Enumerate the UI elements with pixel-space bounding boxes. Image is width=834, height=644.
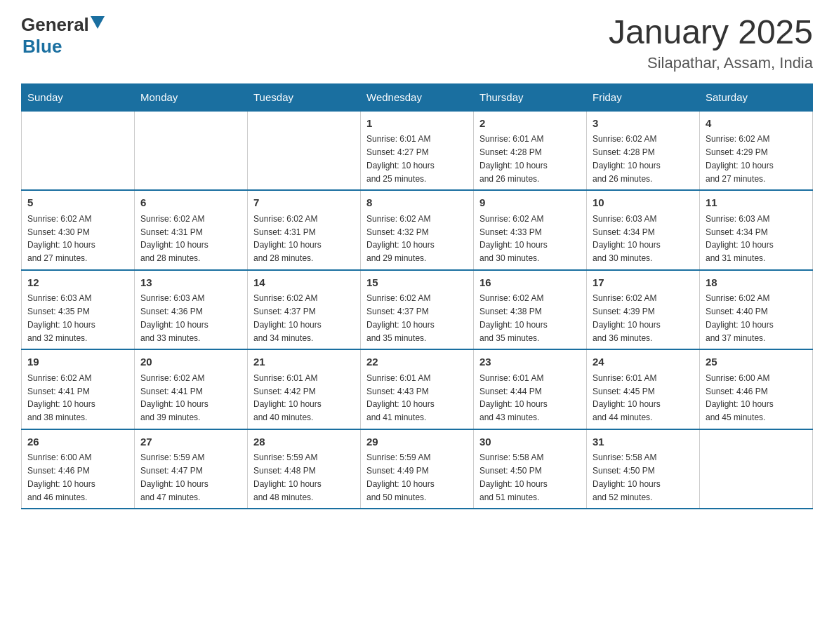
day-info: Sunrise: 6:03 AMSunset: 4:34 PMDaylight:… (593, 214, 661, 263)
calendar-cell: 20Sunrise: 6:02 AMSunset: 4:41 PMDayligh… (135, 349, 248, 429)
calendar-cell: 24Sunrise: 6:01 AMSunset: 4:45 PMDayligh… (587, 349, 700, 429)
day-info: Sunrise: 6:02 AMSunset: 4:31 PMDaylight:… (140, 214, 208, 263)
calendar-day-header: Tuesday (248, 83, 361, 111)
calendar-cell: 27Sunrise: 5:59 AMSunset: 4:47 PMDayligh… (135, 429, 248, 509)
day-info: Sunrise: 6:02 AMSunset: 4:30 PMDaylight:… (27, 214, 95, 263)
calendar-cell: 17Sunrise: 6:02 AMSunset: 4:39 PMDayligh… (587, 270, 700, 350)
day-info: Sunrise: 6:01 AMSunset: 4:44 PMDaylight:… (479, 373, 548, 422)
day-number: 23 (479, 354, 581, 370)
calendar-cell: 25Sunrise: 6:00 AMSunset: 4:46 PMDayligh… (700, 349, 813, 429)
day-info: Sunrise: 6:02 AMSunset: 4:41 PMDaylight:… (140, 373, 208, 422)
day-info: Sunrise: 6:03 AMSunset: 4:36 PMDaylight:… (140, 293, 208, 342)
logo-blue-text: Blue (22, 36, 62, 58)
day-number: 2 (479, 116, 581, 132)
day-number: 6 (140, 195, 241, 211)
calendar-cell: 9Sunrise: 6:02 AMSunset: 4:33 PMDaylight… (474, 190, 587, 270)
day-info: Sunrise: 6:02 AMSunset: 4:28 PMDaylight:… (593, 134, 661, 183)
day-number: 27 (140, 434, 241, 450)
day-number: 15 (366, 275, 468, 291)
logo-triangle-icon (91, 16, 105, 29)
day-number: 19 (27, 354, 128, 370)
day-number: 21 (253, 354, 355, 370)
day-number: 8 (366, 195, 468, 211)
day-info: Sunrise: 5:59 AMSunset: 4:49 PMDaylight:… (366, 452, 435, 502)
calendar-cell (22, 111, 135, 191)
day-info: Sunrise: 6:01 AMSunset: 4:27 PMDaylight:… (366, 134, 435, 183)
day-number: 26 (27, 434, 128, 450)
day-info: Sunrise: 6:03 AMSunset: 4:34 PMDaylight:… (706, 214, 774, 263)
day-info: Sunrise: 6:02 AMSunset: 4:31 PMDaylight:… (253, 214, 322, 263)
day-number: 30 (479, 434, 581, 450)
calendar-week-row: 19Sunrise: 6:02 AMSunset: 4:41 PMDayligh… (22, 349, 813, 429)
calendar-day-header: Wednesday (361, 83, 474, 111)
calendar-cell (700, 429, 813, 509)
calendar-cell: 10Sunrise: 6:03 AMSunset: 4:34 PMDayligh… (587, 190, 700, 270)
calendar-cell (248, 111, 361, 191)
calendar-header-row: SundayMondayTuesdayWednesdayThursdayFrid… (22, 83, 813, 111)
calendar-cell: 7Sunrise: 6:02 AMSunset: 4:31 PMDaylight… (248, 190, 361, 270)
logo: General Blue (21, 14, 105, 58)
day-info: Sunrise: 6:02 AMSunset: 4:40 PMDaylight:… (706, 293, 774, 342)
calendar-cell: 30Sunrise: 5:58 AMSunset: 4:50 PMDayligh… (474, 429, 587, 509)
calendar-day-header: Thursday (474, 83, 587, 111)
day-number: 10 (593, 195, 694, 211)
day-number: 24 (593, 354, 694, 370)
calendar-cell: 14Sunrise: 6:02 AMSunset: 4:37 PMDayligh… (248, 270, 361, 350)
day-info: Sunrise: 6:00 AMSunset: 4:46 PMDaylight:… (706, 373, 774, 422)
calendar-cell: 4Sunrise: 6:02 AMSunset: 4:29 PMDaylight… (700, 111, 813, 191)
day-info: Sunrise: 5:59 AMSunset: 4:47 PMDaylight:… (140, 452, 208, 502)
calendar-cell: 21Sunrise: 6:01 AMSunset: 4:42 PMDayligh… (248, 349, 361, 429)
day-number: 17 (593, 275, 694, 291)
calendar-cell: 11Sunrise: 6:03 AMSunset: 4:34 PMDayligh… (700, 190, 813, 270)
calendar-cell: 19Sunrise: 6:02 AMSunset: 4:41 PMDayligh… (22, 349, 135, 429)
day-info: Sunrise: 6:01 AMSunset: 4:43 PMDaylight:… (366, 373, 435, 422)
calendar-day-header: Sunday (22, 83, 135, 111)
day-number: 25 (706, 354, 807, 370)
day-number: 12 (27, 275, 128, 291)
day-info: Sunrise: 6:01 AMSunset: 4:45 PMDaylight:… (593, 373, 661, 422)
day-info: Sunrise: 6:03 AMSunset: 4:35 PMDaylight:… (27, 293, 95, 342)
day-number: 28 (253, 434, 355, 450)
day-number: 3 (593, 116, 694, 132)
day-info: Sunrise: 6:02 AMSunset: 4:38 PMDaylight:… (479, 293, 548, 342)
page-header: General Blue January 2025 Silapathar, As… (21, 14, 813, 72)
calendar-cell: 1Sunrise: 6:01 AMSunset: 4:27 PMDaylight… (361, 111, 474, 191)
day-info: Sunrise: 6:01 AMSunset: 4:28 PMDaylight:… (479, 134, 548, 183)
calendar-cell: 23Sunrise: 6:01 AMSunset: 4:44 PMDayligh… (474, 349, 587, 429)
calendar-day-header: Friday (587, 83, 700, 111)
day-number: 18 (706, 275, 807, 291)
logo-general-text: General (21, 14, 89, 36)
calendar-cell: 6Sunrise: 6:02 AMSunset: 4:31 PMDaylight… (135, 190, 248, 270)
day-number: 22 (366, 354, 468, 370)
calendar-cell: 5Sunrise: 6:02 AMSunset: 4:30 PMDaylight… (22, 190, 135, 270)
calendar-week-row: 5Sunrise: 6:02 AMSunset: 4:30 PMDaylight… (22, 190, 813, 270)
calendar-week-row: 12Sunrise: 6:03 AMSunset: 4:35 PMDayligh… (22, 270, 813, 350)
calendar-cell: 29Sunrise: 5:59 AMSunset: 4:49 PMDayligh… (361, 429, 474, 509)
calendar-cell: 18Sunrise: 6:02 AMSunset: 4:40 PMDayligh… (700, 270, 813, 350)
calendar-cell: 28Sunrise: 5:59 AMSunset: 4:48 PMDayligh… (248, 429, 361, 509)
calendar-week-row: 1Sunrise: 6:01 AMSunset: 4:27 PMDaylight… (22, 111, 813, 191)
calendar-cell: 26Sunrise: 6:00 AMSunset: 4:46 PMDayligh… (22, 429, 135, 509)
day-info: Sunrise: 5:58 AMSunset: 4:50 PMDaylight:… (479, 452, 548, 502)
day-info: Sunrise: 6:02 AMSunset: 4:39 PMDaylight:… (593, 293, 661, 342)
day-info: Sunrise: 6:02 AMSunset: 4:29 PMDaylight:… (706, 134, 774, 183)
calendar-cell: 15Sunrise: 6:02 AMSunset: 4:37 PMDayligh… (361, 270, 474, 350)
day-info: Sunrise: 6:02 AMSunset: 4:33 PMDaylight:… (479, 214, 548, 263)
day-number: 1 (366, 116, 468, 132)
day-number: 11 (706, 195, 807, 211)
calendar-cell: 16Sunrise: 6:02 AMSunset: 4:38 PMDayligh… (474, 270, 587, 350)
calendar-title-block: January 2025 Silapathar, Assam, India (609, 14, 813, 72)
calendar-cell: 12Sunrise: 6:03 AMSunset: 4:35 PMDayligh… (22, 270, 135, 350)
day-number: 9 (479, 195, 581, 211)
calendar-cell: 22Sunrise: 6:01 AMSunset: 4:43 PMDayligh… (361, 349, 474, 429)
day-number: 20 (140, 354, 241, 370)
day-number: 5 (27, 195, 128, 211)
day-number: 14 (253, 275, 355, 291)
day-number: 16 (479, 275, 581, 291)
day-info: Sunrise: 6:01 AMSunset: 4:42 PMDaylight:… (253, 373, 322, 422)
day-info: Sunrise: 5:59 AMSunset: 4:48 PMDaylight:… (253, 452, 322, 502)
calendar-day-header: Saturday (700, 83, 813, 111)
day-number: 7 (253, 195, 355, 211)
day-info: Sunrise: 6:02 AMSunset: 4:32 PMDaylight:… (366, 214, 435, 263)
day-info: Sunrise: 6:02 AMSunset: 4:41 PMDaylight:… (27, 373, 95, 422)
